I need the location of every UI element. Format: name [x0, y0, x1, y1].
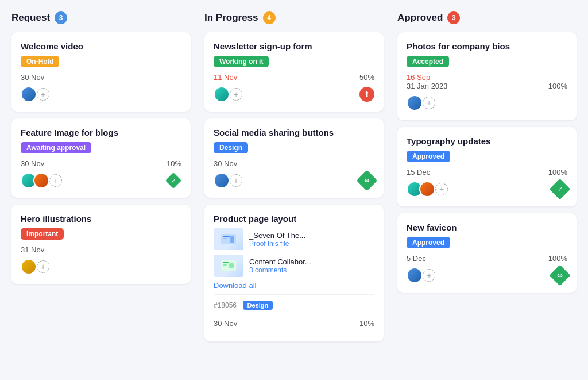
card-percent: 100%	[548, 254, 567, 263]
avatars: +	[21, 259, 49, 275]
card-hero-illustrations: Hero illustrations Important 31 Nov +	[11, 205, 191, 284]
avatar	[33, 172, 49, 189]
card-bottom: + ✓	[21, 172, 181, 189]
card-bottom: +	[21, 259, 181, 275]
card-title: Newsletter sign-up form	[214, 41, 374, 51]
thumb-inner	[214, 228, 243, 250]
avatars: +	[214, 86, 242, 102]
card-date: 30 Nov	[214, 319, 237, 328]
avatar	[419, 181, 435, 197]
card-date: 30 Nov	[21, 73, 44, 82]
card-product-page: Product page layout _Seven Of The...	[204, 205, 384, 341]
badge-request: 3	[55, 11, 67, 24]
add-member-button[interactable]: +	[230, 88, 242, 101]
card-title: Photos for company bios	[407, 41, 567, 51]
avatars: +	[214, 172, 242, 189]
card-date: 30 Nov	[214, 159, 237, 168]
proof-file-link[interactable]: Proof this file	[249, 240, 374, 248]
diamond-arrows-icon: ⇔	[550, 265, 571, 286]
tag-awaiting: Awaiting approval	[21, 142, 91, 153]
tag-design: Design	[214, 142, 248, 153]
card-bottom: + ⇔	[407, 267, 567, 283]
column-header-request: Request 3	[11, 11, 191, 24]
avatars: +	[407, 267, 435, 283]
card-new-favicon: New favicon Approved 5 Dec 100% + ⇔	[397, 213, 577, 293]
card-photos-bios: Photos for company bios Accepted 16 Sep …	[397, 32, 577, 120]
file-thumbnail-1	[214, 228, 243, 250]
card-newsletter: Newsletter sign-up form Working on it 11…	[204, 32, 384, 112]
svg-rect-5	[223, 262, 229, 263]
avatar	[214, 86, 230, 102]
column-in-progress: In Progress 4 Newsletter sign-up form Wo…	[204, 11, 384, 348]
column-header-in-progress: In Progress 4	[204, 11, 384, 24]
add-member-button[interactable]: +	[49, 174, 62, 187]
card-dates: 16 Sep 31 Jan 2023 100%	[407, 73, 567, 90]
card-title: Hero illustrations	[21, 214, 181, 224]
card-bottom: +	[21, 86, 181, 102]
svg-rect-2	[223, 238, 227, 239]
add-member-button[interactable]: +	[423, 269, 435, 282]
card-date-row: 30 Nov	[21, 73, 181, 82]
tag-working: Working on it	[214, 56, 269, 67]
card-id: #18056	[214, 301, 237, 309]
tag-accepted: Accepted	[407, 56, 449, 67]
card-title: Welcome video	[21, 41, 181, 51]
tag-on-hold: On-Hold	[21, 56, 59, 67]
file-preview-1: _Seven Of The... Proof this file	[214, 228, 374, 250]
card-title: New favicon	[407, 222, 567, 232]
card-bottom: + ⇔	[214, 172, 374, 189]
column-header-approved: Approved 3	[397, 11, 577, 24]
svg-rect-1	[223, 236, 230, 237]
avatar	[214, 172, 230, 189]
card-typography: Typography updates Approved 15 Dec 100% …	[397, 127, 577, 206]
diamond-check-icon: ✓	[550, 179, 571, 200]
add-member-button[interactable]: +	[423, 97, 435, 109]
add-member-button[interactable]: +	[230, 174, 242, 187]
card-percent: 50%	[359, 73, 374, 82]
tag-approved: Approved	[407, 237, 450, 248]
card-date: 5 Dec	[407, 254, 426, 263]
card-meta: #18056 Design	[214, 300, 374, 316]
card-date: 15 Dec	[407, 168, 430, 176]
card-bottom: + ✓	[407, 181, 567, 197]
svg-rect-3	[230, 236, 234, 243]
priority-icon: ⬆	[359, 87, 374, 102]
badge-in-progress: 4	[263, 11, 276, 24]
card-bottom: +	[407, 95, 567, 111]
card-title: Feature Image for blogs	[21, 128, 181, 137]
file-name-2: Content Collabor...	[249, 258, 374, 266]
card-date-row: 15 Dec 100%	[407, 168, 567, 176]
column-approved: Approved 3 Photos for company bios Accep…	[397, 11, 577, 300]
file-preview-2: Content Collabor... 3 comments	[214, 255, 374, 277]
divider	[214, 294, 374, 295]
card-welcome-video: Welcome video On-Hold 30 Nov +	[11, 32, 191, 112]
card-date: 31 Nov	[21, 245, 44, 254]
avatars: +	[407, 181, 448, 197]
comments-link[interactable]: 3 comments	[249, 266, 374, 274]
card-date-row: 30 Nov	[214, 159, 374, 168]
arrows-icon: ⇔	[357, 170, 378, 191]
avatar	[21, 259, 37, 275]
add-member-button[interactable]: +	[37, 88, 49, 101]
card-date: 30 Nov	[21, 159, 44, 168]
card-date-row: 30 Nov 10%	[214, 319, 374, 328]
column-title-in-progress: In Progress	[204, 12, 258, 24]
file-thumbnail-2	[214, 255, 243, 277]
download-all-link[interactable]: Download all	[214, 281, 374, 290]
card-social-media: Social media sharing buttons Design 30 N…	[204, 118, 384, 198]
avatars: +	[21, 172, 62, 189]
tag-approved: Approved	[407, 151, 450, 162]
thumb-inner	[214, 255, 243, 277]
card-percent: 100%	[548, 168, 567, 176]
card-percent: 100%	[548, 82, 567, 90]
card-title: Social media sharing buttons	[214, 128, 374, 137]
avatar	[407, 267, 423, 283]
status-icon: ✓	[165, 172, 181, 189]
tag-design-sm: Design	[243, 301, 273, 310]
avatar	[407, 95, 423, 111]
column-title-approved: Approved	[397, 12, 443, 24]
add-member-button[interactable]: +	[435, 183, 448, 195]
svg-point-7	[229, 263, 234, 268]
kanban-board: Request 3 Welcome video On-Hold 30 Nov +…	[11, 11, 577, 348]
add-member-button[interactable]: +	[37, 260, 49, 273]
